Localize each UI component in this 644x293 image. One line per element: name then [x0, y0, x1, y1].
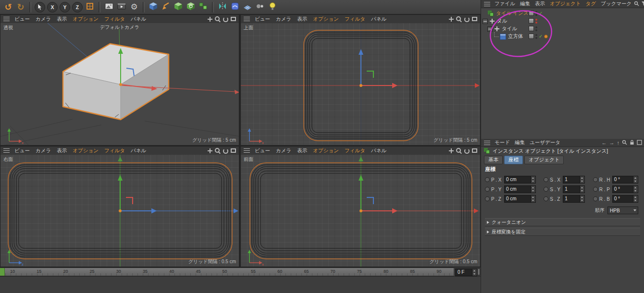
menu-camera[interactable]: カメラ: [273, 147, 294, 154]
menu-icon[interactable]: [244, 17, 250, 21]
maximize-icon[interactable]: [471, 16, 477, 22]
sy-input[interactable]: 1: [563, 185, 585, 193]
px-input[interactable]: 0 cm: [504, 176, 536, 183]
sz-input[interactable]: 1: [563, 195, 585, 203]
collapse-toggle[interactable]: [483, 19, 488, 24]
menu-view[interactable]: ビュー: [252, 147, 273, 154]
keyframe-circle[interactable]: [485, 196, 490, 201]
zoom-icon[interactable]: [215, 16, 221, 22]
timeline-scrollbar[interactable]: [477, 269, 480, 275]
menu-filter[interactable]: フィルタ: [101, 16, 128, 23]
symmetry-button[interactable]: [216, 1, 229, 13]
menu-camera[interactable]: カメラ: [33, 16, 54, 23]
menu-icon[interactable]: [3, 148, 10, 153]
menu-filter[interactable]: フィルタ: [342, 16, 368, 23]
history-forward-icon[interactable]: →: [609, 140, 615, 146]
object-row-cube[interactable]: 立方体 ✓: [481, 33, 644, 40]
menu-camera[interactable]: カメラ: [33, 147, 54, 154]
render-view-button[interactable]: [103, 1, 115, 13]
menu-icon[interactable]: [484, 2, 490, 6]
om-menu-file[interactable]: ファイル: [492, 0, 518, 7]
frame-spinner[interactable]: [472, 269, 477, 276]
quaternion-section[interactable]: クォータニオン: [485, 218, 640, 226]
deformer-button[interactable]: [229, 1, 241, 13]
menu-options[interactable]: オプション: [70, 16, 101, 23]
menu-panel[interactable]: パネル: [368, 16, 389, 23]
object-row-null[interactable]: ヌル: [481, 17, 644, 25]
rotate-icon[interactable]: [223, 16, 228, 22]
om-menu-edit[interactable]: 編集: [518, 0, 533, 7]
object-row-tile[interactable]: タイル: [481, 25, 644, 33]
floor-button[interactable]: [241, 1, 254, 13]
menu-icon[interactable]: [244, 148, 250, 153]
menu-options[interactable]: オプション: [310, 147, 342, 154]
keyframe-circle[interactable]: [544, 196, 548, 201]
tab-object[interactable]: オブジェクト: [524, 156, 564, 164]
zoom-icon[interactable]: [456, 148, 462, 154]
menu-view[interactable]: ビュー: [12, 147, 33, 154]
layer-toggle[interactable]: [529, 34, 534, 39]
value-spinner[interactable]: [580, 186, 584, 193]
value-spinner[interactable]: [531, 195, 535, 202]
menu-filter[interactable]: フィルタ: [342, 147, 368, 154]
pan-icon[interactable]: [448, 148, 454, 154]
freeze-transform-section[interactable]: 座標変換を固定: [485, 228, 640, 236]
history-back-icon[interactable]: ←: [602, 140, 607, 146]
visibility-dots[interactable]: [535, 19, 537, 24]
value-spinner[interactable]: [633, 195, 638, 202]
zoom-icon[interactable]: [456, 16, 462, 22]
visibility-dots[interactable]: [535, 26, 537, 31]
value-spinner[interactable]: [633, 186, 638, 193]
enabled-check-icon[interactable]: ✓: [539, 11, 543, 16]
value-spinner[interactable]: [531, 176, 535, 183]
menu-camera[interactable]: カメラ: [273, 16, 294, 23]
lock-x-button[interactable]: X: [46, 1, 59, 13]
py-input[interactable]: 0 cm: [504, 185, 536, 193]
menu-panel[interactable]: パネル: [128, 147, 149, 154]
visibility-dots[interactable]: [535, 34, 537, 39]
menu-options[interactable]: オプション: [310, 16, 342, 23]
menu-icon[interactable]: [3, 17, 10, 21]
pan-icon[interactable]: [207, 16, 213, 22]
layer-toggle[interactable]: [529, 26, 534, 31]
om-menu-view[interactable]: 表示: [533, 0, 547, 7]
menu-icon[interactable]: [484, 141, 490, 145]
search-icon[interactable]: [634, 1, 639, 7]
coordinate-system-button[interactable]: [84, 1, 96, 13]
keyframe-circle[interactable]: [485, 187, 490, 192]
lock-y-button[interactable]: Y: [59, 1, 71, 13]
undo-button[interactable]: ↺: [2, 1, 14, 13]
menu-display[interactable]: 表示: [54, 147, 70, 154]
live-selection-button[interactable]: [34, 1, 46, 13]
layer-toggle[interactable]: [529, 18, 534, 24]
am-menu-mode[interactable]: モード: [492, 139, 512, 146]
redo-button[interactable]: ↻: [14, 1, 27, 13]
keyframe-circle[interactable]: [544, 177, 548, 182]
rotate-icon[interactable]: [464, 148, 470, 154]
value-spinner[interactable]: [580, 176, 584, 183]
visibility-dots[interactable]: [535, 11, 537, 16]
zoom-icon[interactable]: [215, 148, 221, 154]
stage-button[interactable]: [254, 1, 266, 13]
menu-options[interactable]: オプション: [70, 147, 101, 154]
sx-input[interactable]: 1: [563, 176, 585, 183]
render-settings-button[interactable]: ⚙: [128, 1, 140, 13]
value-spinner[interactable]: [580, 195, 584, 202]
rb-input[interactable]: 0 °: [612, 195, 638, 203]
search-icon[interactable]: [622, 140, 627, 146]
om-menu-bookmarks[interactable]: ブックマーク: [598, 0, 634, 7]
layer-toggle[interactable]: [529, 11, 534, 16]
parent-up-icon[interactable]: ↑: [617, 140, 620, 146]
om-menu-tags[interactable]: タグ: [583, 0, 598, 7]
array-button[interactable]: [197, 1, 210, 13]
collapse-toggle[interactable]: [487, 26, 493, 32]
menu-view[interactable]: ビュー: [252, 16, 273, 23]
tab-basic[interactable]: 基本: [484, 156, 503, 164]
enabled-check-icon[interactable]: ✓: [539, 34, 543, 39]
render-picture-viewer-button[interactable]: [115, 1, 128, 13]
display-color-dot[interactable]: [544, 35, 548, 38]
keyframe-circle[interactable]: [593, 196, 598, 201]
lock-z-button[interactable]: Z: [71, 1, 84, 13]
keyframe-circle[interactable]: [593, 177, 598, 182]
lock-icon[interactable]: [630, 140, 634, 146]
